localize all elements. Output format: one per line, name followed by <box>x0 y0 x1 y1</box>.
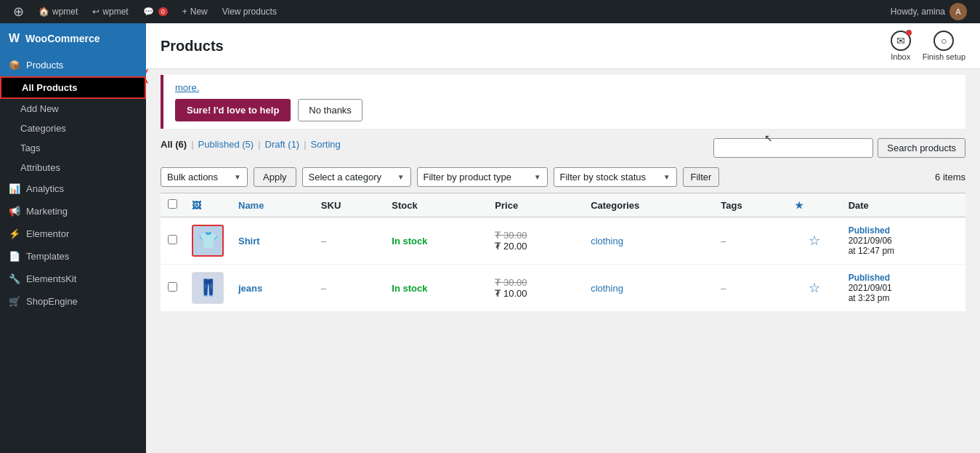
avatar[interactable]: A <box>949 3 967 20</box>
inbox-label: Inbox <box>891 52 910 61</box>
product-checkbox-0[interactable] <box>168 235 177 244</box>
admin-bar-right: Howdy, amina A <box>883 3 974 20</box>
notice-link[interactable]: more. <box>175 82 199 93</box>
add-new-label: Add New <box>20 103 59 114</box>
comment-count: 0 <box>158 7 168 16</box>
stock-status-arrow-icon: ▼ <box>663 173 671 181</box>
templates-label: Templates <box>26 251 69 262</box>
sidebar-item-tags[interactable]: Tags <box>0 138 146 158</box>
sidebar-item-analytics[interactable]: 📊 Analytics <box>0 177 146 200</box>
product-name-1[interactable]: jeans <box>231 265 314 312</box>
tab-draft[interactable]: Draft (1) <box>265 139 300 150</box>
sidebar-item-marketing[interactable]: 📢 Marketing <box>0 200 146 223</box>
bulk-actions-select[interactable]: Bulk actions Edit Move to Trash <box>167 172 239 183</box>
th-date[interactable]: Date <box>841 193 965 217</box>
sidebar-item-elementskit[interactable]: 🔧 ElementsKit <box>0 268 146 290</box>
page-header: Products ✉ Inbox ○ Finish setup <box>146 23 980 69</box>
sidebar-item-shopengine[interactable]: 🛒 ShopEngine <box>0 290 146 313</box>
comments-button[interactable]: 💬 0 <box>136 0 175 23</box>
select-all-checkbox[interactable] <box>168 199 177 209</box>
sidebar-item-categories[interactable]: Categories <box>0 119 146 138</box>
product-type-arrow-icon: ▼ <box>534 173 541 181</box>
category-filter-dropdown[interactable]: Select a category ▼ <box>302 167 411 187</box>
elementor-icon: ⚡ <box>9 228 20 239</box>
th-featured: ★ <box>787 193 841 217</box>
templates-icon: 📄 <box>9 251 20 262</box>
finish-setup-button[interactable]: ○ Finish setup <box>923 31 965 61</box>
elementor-label: Elementor <box>26 228 69 239</box>
stock-status-filter-select[interactable]: Filter by stock status In stock Out of s… <box>560 172 658 183</box>
sidebar-item-all-products[interactable]: All Products <box>1 78 145 97</box>
product-category-1[interactable]: clothing <box>583 265 713 312</box>
product-featured-1[interactable]: ☆ <box>787 265 841 312</box>
products-table: 🖼 Name SKU Stock <box>161 193 965 312</box>
sidebar-item-add-new[interactable]: Add New <box>0 99 146 119</box>
site-name: wpmet <box>52 7 78 17</box>
filter-tabs: All (6) | Published (5) | Draft (1) | So… <box>161 135 341 154</box>
apply-button[interactable]: Apply <box>254 167 296 187</box>
th-name[interactable]: Name <box>231 193 314 217</box>
search-input[interactable] <box>713 138 873 158</box>
elementskit-label: ElementsKit <box>26 273 76 284</box>
woo-icon: W <box>9 32 20 45</box>
page-top-actions: ✉ Inbox ○ Finish setup <box>891 31 965 61</box>
category-filter-select[interactable]: Select a category <box>309 172 394 183</box>
sidebar-item-attributes[interactable]: Attributes <box>0 158 146 177</box>
products-label: Products <box>26 60 63 71</box>
filter-button[interactable]: Filter <box>683 167 720 187</box>
product-tags-0: – <box>713 217 787 265</box>
notice-actions: Sure! I'd love to help No thanks <box>175 99 954 121</box>
product-category-0[interactable]: clothing <box>583 217 713 265</box>
product-checkbox-1[interactable] <box>168 282 177 292</box>
inbox-button[interactable]: ✉ Inbox <box>891 31 911 61</box>
product-date-0: Published 2021/09/06 at 12:47 pm <box>841 217 965 265</box>
sidebar-item-elementor[interactable]: ⚡ Elementor <box>0 223 146 245</box>
product-price-1: ₮ 30.00 ₮ 10.00 <box>487 265 583 312</box>
finish-setup-label: Finish setup <box>923 52 965 61</box>
search-row: Search products <box>713 138 965 158</box>
elementskit-icon: 🔧 <box>9 273 20 284</box>
notice-banner: more. Sure! I'd love to help No thanks <box>161 75 965 129</box>
inbox-icon: ✉ <box>891 31 911 51</box>
products-icon: 📦 <box>9 60 20 71</box>
star-button-1[interactable]: ☆ <box>809 280 820 296</box>
star-button-0[interactable]: ☆ <box>809 233 820 249</box>
attributes-label: Attributes <box>20 162 60 173</box>
sidebar-item-products[interactable]: 📦 Products <box>0 54 146 76</box>
row-checkbox[interactable] <box>161 217 185 265</box>
revisions-button[interactable]: ↩ wpmet <box>85 0 135 23</box>
category-arrow-icon: ▼ <box>397 173 405 181</box>
view-products-label: View products <box>222 7 277 17</box>
home-icon: 🏠 <box>39 7 49 17</box>
row-checkbox[interactable] <box>161 265 185 312</box>
revisions-icon: ↩ <box>92 7 100 17</box>
table-row: 👖 jeans – In stock ₮ 30.00 ₮ 10.00 cloth… <box>161 265 965 312</box>
th-sku: SKU <box>314 193 384 217</box>
love-to-help-button[interactable]: Sure! I'd love to help <box>175 99 291 121</box>
comment-icon: 💬 <box>143 7 154 17</box>
view-products-button[interactable]: View products <box>215 0 284 23</box>
product-name-0[interactable]: Shirt <box>231 217 314 265</box>
woocommerce-menu-item[interactable]: W WooCommerce <box>0 23 146 54</box>
product-type-filter-dropdown[interactable]: Filter by product type Simple Variable G… <box>417 167 548 187</box>
product-stock-1: In stock <box>384 265 487 312</box>
tab-published[interactable]: Published (5) <box>198 139 254 150</box>
tab-all[interactable]: All (6) <box>161 139 187 150</box>
shopengine-icon: 🛒 <box>9 296 20 307</box>
no-thanks-button[interactable]: No thanks <box>298 99 363 121</box>
product-type-filter-select[interactable]: Filter by product type Simple Variable G… <box>424 172 524 183</box>
site-home-button[interactable]: 🏠 wpmet <box>31 0 85 23</box>
bulk-actions-dropdown[interactable]: Bulk actions Edit Move to Trash ▼ <box>161 167 248 187</box>
items-count: 6 items <box>935 172 965 183</box>
th-image: 🖼 <box>185 193 231 217</box>
search-button[interactable]: Search products <box>878 138 965 158</box>
stock-status-filter-dropdown[interactable]: Filter by stock status In stock Out of s… <box>554 167 677 187</box>
wp-logo-button[interactable]: ⊕ <box>6 0 31 23</box>
new-content-button[interactable]: + New <box>175 0 215 23</box>
sidebar-item-templates[interactable]: 📄 Templates <box>0 245 146 268</box>
analytics-icon: 📊 <box>9 183 20 194</box>
actions-row: Bulk actions Edit Move to Trash ▼ Apply … <box>161 167 965 187</box>
finish-setup-icon: ○ <box>934 31 954 51</box>
tab-sorting[interactable]: Sorting <box>311 139 341 150</box>
product-featured-0[interactable]: ☆ <box>787 217 841 265</box>
